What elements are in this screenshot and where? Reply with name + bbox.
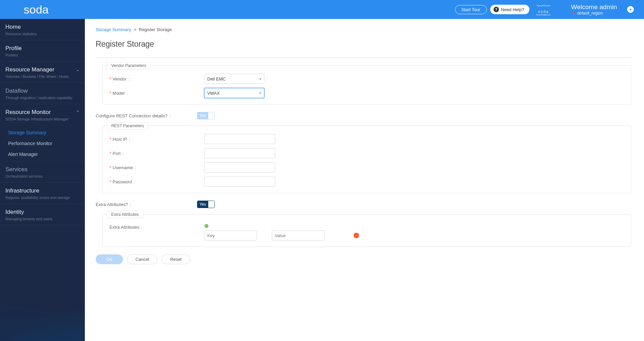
model-label: *Model : (110, 91, 204, 96)
breadcrumb: Storage Summary > Register Storage (96, 27, 631, 32)
extra-attributes-legend: Extra Attributes (107, 211, 143, 218)
password-label: *Password : (110, 179, 204, 184)
user-menu-toggle[interactable]: ▾ (627, 6, 634, 13)
sidebar-item-storage-summary[interactable]: Storage Summary (0, 127, 85, 138)
sidebar-item-home[interactable]: Home Resource statistics (0, 19, 85, 40)
region-text: 📍 default_region (571, 11, 617, 16)
rest-toggle[interactable]: Yes (197, 112, 215, 119)
reset-button[interactable]: Reset (162, 254, 190, 264)
password-input[interactable] (204, 177, 275, 187)
breadcrumb-parent-link[interactable]: Storage Summary (96, 27, 131, 32)
sidebar-item-resource-manager[interactable]: Resource Manager ⌄ Volumes / Buckets / F… (0, 62, 85, 83)
vendor-label: *Vendor : (110, 76, 204, 82)
rest-parameters-fieldset: REST Parameters *Host IP : *Port : *User… (102, 126, 631, 193)
welcome-text: Welcome admin (571, 3, 617, 11)
extra-attributes-fieldset: Extra Attributes Extra Attributes : ⊕ − (102, 214, 631, 247)
username-label: *Username : (110, 165, 204, 170)
location-icon: 📍 (571, 11, 576, 16)
add-attribute-icon[interactable]: ⊕ (204, 223, 209, 229)
vendor-parameters-legend: Vendor Parameters (107, 62, 150, 69)
sidebar-item-alert-manager[interactable]: Alert Manager (0, 149, 85, 160)
divider (96, 58, 631, 58)
sidebar: Home Resource statistics Profile Profile… (0, 19, 85, 341)
chevron-down-icon: ⌄ (76, 67, 79, 72)
port-label: *Port : (110, 151, 204, 156)
sidebar-item-dataflow[interactable]: Dataflow Through migration / replication… (0, 83, 85, 104)
chevron-down-icon: ▾ (629, 7, 631, 12)
chevron-down-icon: ▾ (259, 91, 261, 95)
cancel-button[interactable]: Cancel (127, 254, 158, 264)
host-ip-input[interactable] (204, 134, 275, 144)
sidebar-item-services[interactable]: Services Orchestration services. (0, 161, 85, 183)
chevron-up-icon: ⌃ (76, 110, 79, 115)
need-help-button[interactable]: ? Need Help? (490, 5, 530, 14)
rest-parameters-legend: REST Parameters (107, 122, 148, 130)
form-actions: OK Cancel Reset (96, 254, 631, 264)
resource-monitor-submenu: Storage Summary Performance Monitor Aler… (0, 125, 85, 161)
sidebar-item-infrastructure[interactable]: Infrastructure Regions, availability zon… (0, 183, 85, 204)
start-tour-button[interactable]: Start Tour (455, 5, 487, 14)
username-input[interactable] (204, 162, 275, 173)
user-welcome: Welcome admin 📍 default_region (571, 3, 617, 16)
remove-attribute-icon[interactable]: − (354, 233, 359, 238)
port-input[interactable] (204, 148, 275, 158)
sidebar-item-identity[interactable]: Identity Managing tenants and users (0, 204, 85, 225)
ok-button[interactable]: OK (96, 254, 123, 264)
main-content: Storage Summary > Register Storage Regis… (85, 19, 644, 341)
extra-toggle-label: Extra Attributes? : (96, 202, 197, 207)
model-select[interactable]: VMAX ▾ (204, 88, 264, 98)
page-title: Register Storage (96, 40, 631, 49)
extra-key-input[interactable] (204, 230, 257, 241)
vendor-parameters-fieldset: Vendor Parameters *Vendor : Dell EMC ▾ *… (102, 65, 631, 105)
extra-attributes-row-label: Extra Attributes : (110, 223, 204, 230)
need-help-label: Need Help? (501, 7, 524, 12)
dolphin-icon: 〰︎〰︎ (536, 3, 551, 9)
extra-attributes-toggle[interactable]: Yes (197, 201, 215, 208)
rest-toggle-label: Configure REST Connection details? : (96, 113, 197, 118)
host-ip-label: *Host IP : (110, 137, 204, 142)
sidebar-item-resource-monitor[interactable]: Resource Monitor ⌃ SODA Storage Infrastr… (0, 104, 85, 125)
soda-foundation-logo: 〰︎〰︎ soda foundation (536, 3, 551, 16)
breadcrumb-current: Register Storage (139, 27, 172, 32)
app-header: soda Start Tour ? Need Help? 〰︎〰︎ soda f… (0, 0, 644, 19)
sidebar-item-profile[interactable]: Profile Profiles (0, 40, 85, 62)
extra-value-input[interactable] (272, 230, 325, 241)
vendor-select[interactable]: Dell EMC ▾ (204, 74, 264, 84)
chevron-down-icon: ▾ (259, 77, 261, 81)
app-logo: soda (0, 3, 85, 16)
question-icon: ? (494, 7, 499, 12)
sidebar-item-performance-monitor[interactable]: Performance Monitor (0, 138, 85, 149)
